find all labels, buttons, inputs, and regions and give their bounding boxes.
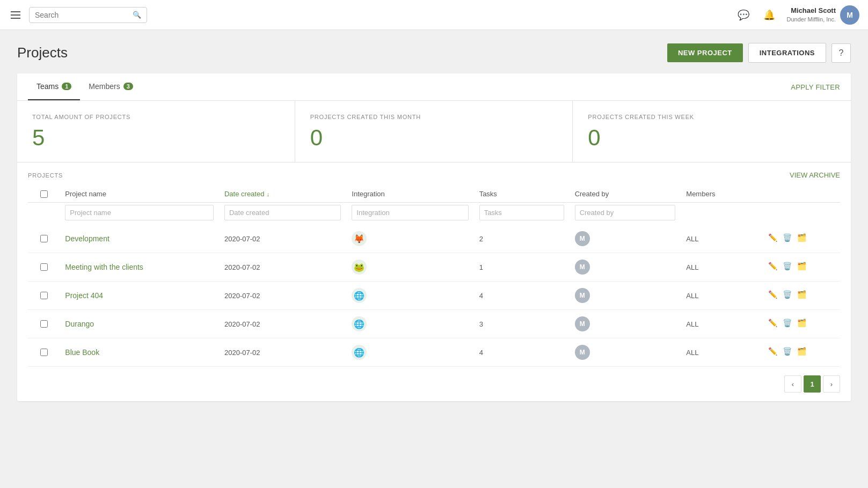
created-by-avatar: M bbox=[575, 345, 590, 360]
project-name-link[interactable]: Durango bbox=[65, 320, 94, 328]
archive-button[interactable]: 🗂️ bbox=[795, 288, 808, 301]
pagination-prev-button[interactable]: ‹ bbox=[784, 375, 801, 393]
archive-button[interactable]: 🗂️ bbox=[795, 316, 808, 329]
table-row: Development 2020-07-02 🦊 2 M ALL ✏️ 🗑️ 🗂… bbox=[28, 225, 840, 253]
delete-button[interactable]: 🗑️ bbox=[781, 288, 794, 301]
projects-table: Project name Date created ↓ Integration … bbox=[28, 186, 840, 367]
row-actions-cell: ✏️ 🗑️ 🗂️ bbox=[761, 225, 840, 250]
delete-button[interactable]: 🗑️ bbox=[781, 316, 794, 329]
filter-integration-input[interactable] bbox=[352, 205, 468, 220]
apply-filter-button[interactable]: APPLY FILTER bbox=[791, 83, 840, 91]
row-checkbox-2[interactable] bbox=[40, 292, 48, 299]
delete-button[interactable]: 🗑️ bbox=[781, 260, 794, 272]
avatar[interactable]: M bbox=[840, 5, 859, 25]
select-all-checkbox[interactable] bbox=[40, 190, 48, 198]
members-label: ALL bbox=[686, 349, 698, 357]
row-name-cell: Blue Book bbox=[60, 338, 219, 367]
sort-arrow-icon: ↓ bbox=[266, 191, 269, 197]
row-date-cell: 2020-07-02 bbox=[219, 225, 346, 253]
user-info: Michael Scott Dunder Mifflin, Inc. M bbox=[786, 5, 859, 25]
pagination-next-button[interactable]: › bbox=[823, 375, 840, 393]
row-members-cell: ALL bbox=[681, 310, 760, 338]
integration-icon: 🌐 bbox=[352, 316, 367, 331]
project-name-link[interactable]: Development bbox=[65, 234, 110, 243]
row-date-cell: 2020-07-02 bbox=[219, 253, 346, 282]
project-name-link[interactable]: Meeting with the clients bbox=[65, 263, 143, 271]
new-project-button[interactable]: NEW PROJECT bbox=[667, 43, 743, 62]
tab-members[interactable]: Members 3 bbox=[80, 73, 141, 100]
search-input[interactable] bbox=[35, 11, 128, 19]
filter-tasks-input[interactable] bbox=[479, 205, 564, 220]
projects-section: PROJECTS VIEW ARCHIVE Project name Date … bbox=[17, 162, 851, 367]
row-created-by-cell: M bbox=[570, 282, 681, 310]
tab-teams-badge: 1 bbox=[62, 83, 71, 90]
main-card: Teams 1 Members 3 APPLY FILTER TOTAL AMO… bbox=[17, 73, 851, 401]
row-checkbox-4[interactable] bbox=[40, 349, 48, 356]
integrations-button[interactable]: INTEGRATIONS bbox=[748, 43, 826, 63]
stat-week-projects-label: PROJECTS CREATED THIS WEEK bbox=[588, 114, 836, 120]
integration-icon: 🌐 bbox=[352, 345, 367, 360]
row-tasks-cell: 1 bbox=[474, 253, 570, 282]
row-date-cell: 2020-07-02 bbox=[219, 310, 346, 338]
project-name-link[interactable]: Project 404 bbox=[65, 291, 103, 300]
row-name-cell: Development bbox=[60, 225, 219, 253]
stat-week-projects: PROJECTS CREATED THIS WEEK 0 bbox=[573, 101, 851, 162]
integration-icon: 🐸 bbox=[352, 260, 367, 275]
page-content: Projects NEW PROJECT INTEGRATIONS ? Team… bbox=[0, 30, 868, 414]
user-name: Michael Scott bbox=[786, 6, 836, 16]
project-name-link[interactable]: Blue Book bbox=[65, 348, 99, 357]
delete-button[interactable]: 🗑️ bbox=[781, 345, 794, 358]
tabs-row: Teams 1 Members 3 APPLY FILTER bbox=[17, 73, 851, 101]
filter-date-input[interactable] bbox=[224, 205, 341, 220]
row-actions-cell: ✏️ 🗑️ 🗂️ bbox=[761, 310, 840, 336]
hamburger-menu-icon[interactable] bbox=[9, 9, 23, 21]
filter-integration-cell bbox=[346, 203, 473, 225]
row-checkbox-3[interactable] bbox=[40, 320, 48, 328]
tab-teams-label: Teams bbox=[37, 82, 59, 91]
nav-right: 💬 🔔 Michael Scott Dunder Mifflin, Inc. M bbox=[735, 5, 859, 25]
row-created-by-cell: M bbox=[570, 310, 681, 338]
pagination-page-1-button[interactable]: 1 bbox=[804, 375, 821, 393]
col-header-check bbox=[28, 186, 60, 203]
delete-button[interactable]: 🗑️ bbox=[781, 231, 794, 244]
nav-left: 🔍 bbox=[9, 7, 147, 23]
row-created-by-cell: M bbox=[570, 225, 681, 253]
stat-month-projects-value: 0 bbox=[310, 127, 558, 149]
edit-button[interactable]: ✏️ bbox=[766, 288, 779, 301]
col-header-tasks: Tasks bbox=[474, 186, 570, 203]
col-header-date[interactable]: Date created ↓ bbox=[219, 186, 346, 203]
edit-button[interactable]: ✏️ bbox=[766, 260, 779, 272]
row-check-cell bbox=[28, 282, 60, 310]
table-filter-row bbox=[28, 203, 840, 225]
row-integration-cell: 🦊 bbox=[346, 225, 473, 253]
stat-total-projects-value: 5 bbox=[32, 127, 280, 149]
row-actions-cell: ✏️ 🗑️ 🗂️ bbox=[761, 338, 840, 364]
row-actions-cell: ✏️ 🗑️ 🗂️ bbox=[761, 282, 840, 307]
help-button[interactable]: ? bbox=[831, 43, 851, 63]
edit-button[interactable]: ✏️ bbox=[766, 231, 779, 244]
view-archive-button[interactable]: VIEW ARCHIVE bbox=[790, 171, 840, 179]
row-checkbox-0[interactable] bbox=[40, 235, 48, 242]
tab-teams[interactable]: Teams 1 bbox=[28, 73, 80, 100]
filter-name-input[interactable] bbox=[65, 205, 214, 220]
page-header: Projects NEW PROJECT INTEGRATIONS ? bbox=[17, 43, 851, 63]
table-row: Project 404 2020-07-02 🌐 4 M ALL ✏️ 🗑️ 🗂… bbox=[28, 282, 840, 310]
created-by-avatar: M bbox=[575, 288, 590, 303]
tab-members-badge: 3 bbox=[123, 83, 133, 90]
archive-button[interactable]: 🗂️ bbox=[795, 260, 808, 272]
archive-button[interactable]: 🗂️ bbox=[795, 231, 808, 244]
edit-button[interactable]: ✏️ bbox=[766, 316, 779, 329]
filter-check-cell bbox=[28, 203, 60, 225]
col-header-members: Members bbox=[681, 186, 760, 203]
filter-actions-cell bbox=[761, 203, 840, 225]
notifications-icon[interactable]: 🔔 bbox=[761, 6, 778, 24]
edit-button[interactable]: ✏️ bbox=[766, 345, 779, 358]
row-check-cell bbox=[28, 310, 60, 338]
archive-button[interactable]: 🗂️ bbox=[795, 345, 808, 358]
row-checkbox-1[interactable] bbox=[40, 263, 48, 271]
table-row: Durango 2020-07-02 🌐 3 M ALL ✏️ 🗑️ 🗂️ bbox=[28, 310, 840, 338]
filter-created-input[interactable] bbox=[575, 205, 676, 220]
row-members-cell: ALL bbox=[681, 338, 760, 367]
chat-icon[interactable]: 💬 bbox=[735, 6, 752, 24]
col-header-integration: Integration bbox=[346, 186, 473, 203]
